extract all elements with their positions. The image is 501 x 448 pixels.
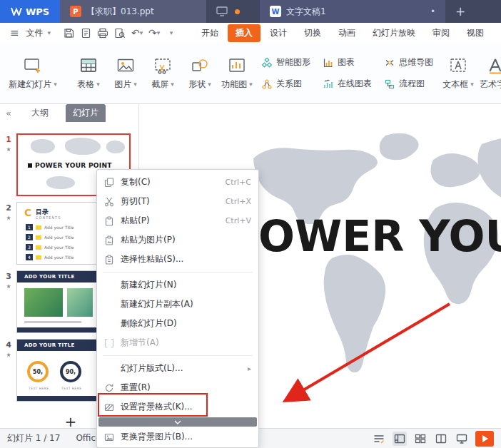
present-button[interactable]: [455, 432, 469, 446]
screenshot-button[interactable]: 截屏▾: [144, 56, 181, 91]
textbox-button[interactable]: 文本框▾: [440, 56, 477, 91]
menu-item-new-slide[interactable]: 新建幻灯片(N): [97, 275, 258, 295]
menu-item-delete-slide[interactable]: 删除幻灯片(D): [97, 314, 258, 333]
doc-file-icon: W: [270, 6, 281, 17]
relation-diagram-icon: [262, 79, 272, 89]
tab-animation[interactable]: 动画: [330, 24, 363, 42]
smartart-button[interactable]: 智能图形: [262, 56, 310, 68]
highlight-mark: [36, 235, 41, 240]
menu-item-slide-layout[interactable]: 幻灯片版式(L)... ▸: [97, 359, 258, 378]
tab-review[interactable]: 审阅: [425, 24, 457, 42]
shapes-button[interactable]: 形状▾: [181, 56, 218, 91]
menu-item-replace-background[interactable]: 更换背景图片(B)...: [97, 427, 258, 447]
animation-star-icon: ★: [6, 352, 11, 358]
menu-divider: [103, 272, 253, 273]
menu-shortcut: Ctrl+X: [226, 197, 251, 206]
hamburger-icon[interactable]: ≡: [7, 26, 22, 39]
collapse-panel-icon[interactable]: «: [6, 108, 11, 118]
file-caret-icon[interactable]: ▾: [48, 29, 51, 36]
thumb-photo: [24, 288, 63, 317]
new-slide-button[interactable]: 新建幻灯片▾: [6, 56, 60, 91]
play-slideshow-button[interactable]: [475, 431, 494, 447]
notes-button[interactable]: [372, 432, 386, 446]
document-tab-ppt[interactable]: P 【求职】013.ppt: [60, 0, 206, 23]
mini-map-shape: [65, 138, 101, 155]
textbox-label: 文本框: [442, 78, 468, 91]
document-tab-doc[interactable]: W 文字文稿1 •: [260, 0, 445, 23]
menu-item-paste-special[interactable]: 选择性粘贴(S)...: [97, 250, 258, 269]
wordart-icon: [486, 56, 501, 75]
wordart-label: 艺术字: [480, 78, 501, 91]
shapes-icon: [191, 56, 209, 75]
menu-item-label: 幻灯片版式(L)...: [121, 362, 248, 375]
format-background-icon: [103, 402, 114, 412]
table-button[interactable]: 表格▾: [70, 56, 107, 91]
mindmap-button[interactable]: 思维导图: [385, 56, 433, 68]
file-menu[interactable]: 文件: [25, 27, 45, 39]
menu-item-paste-as-picture[interactable]: 粘贴为图片(P): [97, 230, 258, 250]
list-number: 4: [26, 254, 33, 260]
menu-item-copy[interactable]: 复制(C) Ctrl+C: [97, 173, 258, 192]
view-normal-button[interactable]: [393, 432, 407, 446]
menu-item-label: 新建幻灯片副本(A): [121, 298, 251, 310]
caret-icon: ▾: [54, 81, 57, 88]
menu-item-label: 重置(R): [121, 382, 251, 394]
list-text: Add your Title: [44, 235, 74, 240]
scroll-down-icon: [174, 420, 181, 424]
mini-map-shape: [106, 141, 125, 153]
undo-caret-icon: ▾: [140, 29, 143, 36]
ribbon-tabs: 开始 插入 设计 切换 动画 幻灯片放映 审阅 视图: [193, 24, 492, 42]
menu-item-label: 复制(C): [121, 176, 226, 188]
view-sorter-button[interactable]: [413, 432, 427, 446]
tab-slideshow[interactable]: 幻灯片放映: [365, 24, 423, 42]
tab-transitions[interactable]: 切换: [296, 24, 329, 42]
menu-item-label: 粘贴(P): [121, 215, 226, 227]
stat-caption: TEXT HERE: [61, 387, 82, 390]
print-button[interactable]: [95, 25, 111, 41]
export-button[interactable]: [78, 25, 93, 41]
online-chart-button[interactable]: 在线图表: [323, 78, 372, 90]
menu-item-cut[interactable]: 剪切(T) Ctrl+X: [97, 192, 258, 211]
new-tab-button[interactable]: +: [445, 4, 475, 19]
tab-outline[interactable]: 大纲: [24, 104, 56, 122]
thumb-photo: [67, 288, 93, 317]
mini-map-shape: [46, 176, 75, 189]
function-diagram-button[interactable]: 功能图▾: [218, 56, 255, 91]
tab-insert[interactable]: 插入: [228, 24, 260, 42]
undo-button[interactable]: ↶▾: [129, 25, 145, 41]
slide-title-text[interactable]: POWER YOUR POINT: [227, 211, 501, 261]
tab-design[interactable]: 设计: [262, 24, 295, 42]
animation-star-icon: ★: [6, 146, 11, 153]
tab-home[interactable]: 开始: [193, 24, 226, 42]
wordart-button[interactable]: 艺术字▾: [477, 56, 501, 91]
save-button[interactable]: [61, 25, 76, 41]
chart-button[interactable]: 图表: [323, 56, 372, 68]
menu-item-format-background[interactable]: 设置背景格式(K)...: [97, 397, 258, 417]
picture-button[interactable]: 图片▾: [107, 56, 144, 91]
flowchart-button[interactable]: 流程图: [385, 78, 433, 90]
screen-cast-icon[interactable]: [216, 6, 228, 16]
relation-diagram-button[interactable]: 关系图: [262, 78, 310, 90]
caret-icon: ▾: [133, 81, 137, 88]
print-preview-button[interactable]: [112, 25, 128, 41]
tab-view[interactable]: 视图: [459, 24, 492, 42]
menu-item-label: 设置背景格式(K)...: [121, 401, 251, 413]
notification-dot: [235, 9, 240, 14]
highlight-mark: [36, 245, 41, 250]
toolbar-more-button[interactable]: ▾: [163, 25, 179, 41]
contents-subheading: CONTENTS: [36, 215, 61, 220]
menu-item-duplicate-slide[interactable]: 新建幻灯片副本(A): [97, 295, 258, 314]
wps-logo[interactable]: WPS: [0, 0, 60, 23]
online-chart-label: 在线图表: [338, 78, 372, 90]
redo-button[interactable]: ↷▾: [146, 25, 162, 41]
menu-scroll-strip[interactable]: [98, 417, 257, 427]
thumb-title: ADD YOUR TITLE: [24, 274, 75, 280]
thumb-title: POWER YOUR POINT: [35, 162, 112, 169]
menu-item-paste[interactable]: 粘贴(P) Ctrl+V: [97, 211, 258, 230]
bullet-square: [28, 163, 32, 168]
view-reading-button[interactable]: [434, 432, 448, 446]
flowchart-icon: [385, 79, 395, 89]
tab-slides[interactable]: 幻灯片: [66, 104, 106, 122]
menu-item-reset[interactable]: 重置(R): [97, 378, 258, 397]
stat-donut: 50,: [27, 361, 49, 382]
